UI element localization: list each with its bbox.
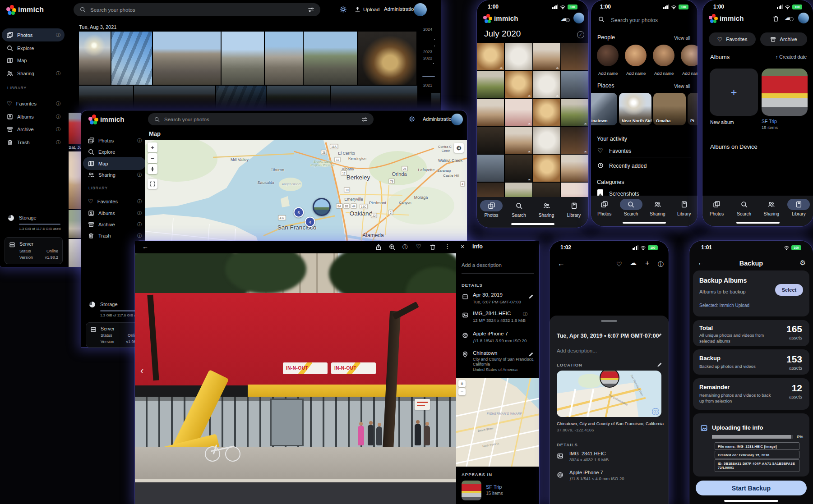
grid-photo[interactable] bbox=[505, 183, 532, 197]
previous-photo-chevron[interactable]: ‹ bbox=[140, 365, 143, 377]
nav-tab-photos[interactable]: Photos bbox=[591, 199, 618, 226]
grid-photo[interactable] bbox=[533, 99, 560, 126]
edit-date-pencil-icon[interactable] bbox=[657, 332, 663, 338]
grid-photo[interactable] bbox=[505, 155, 532, 182]
archive-button[interactable]: Archive bbox=[760, 32, 807, 46]
select-all-check-icon[interactable]: ✓ bbox=[577, 31, 584, 38]
place-tile[interactable]: Pi bbox=[688, 93, 698, 125]
map-zoom-in-button[interactable]: + bbox=[148, 142, 157, 152]
recently-added-row[interactable]: Recently added bbox=[609, 163, 647, 169]
start-backup-button[interactable]: Start Backup bbox=[696, 481, 807, 495]
photo-thumbnail[interactable] bbox=[79, 32, 111, 85]
album-name[interactable]: SF Trip bbox=[762, 119, 777, 124]
search-input[interactable]: Search your photos bbox=[148, 113, 374, 125]
map-settings-gear-icon[interactable]: ⚙ bbox=[454, 143, 464, 153]
upload-button[interactable]: Upload bbox=[355, 6, 379, 12]
sidebar-item-archive[interactable]: Archiveⓘ bbox=[2, 123, 65, 136]
map-compass-button[interactable] bbox=[148, 164, 157, 174]
place-tile[interactable]: Near North Side bbox=[619, 93, 651, 125]
photo-fragment[interactable] bbox=[69, 239, 81, 267]
theme-toggle-icon[interactable] bbox=[340, 6, 346, 14]
sidebar-item-albums[interactable]: Albumsⓘ bbox=[2, 110, 65, 123]
location-minimap[interactable]: The Embarcadero San Francisco Ferry ⓘ bbox=[557, 371, 661, 417]
add-name-link[interactable]: Add name bbox=[654, 71, 674, 76]
sync-cloud-icon[interactable]: ☁ bbox=[785, 13, 792, 22]
description-input[interactable]: Add a description bbox=[462, 262, 502, 268]
info-icon[interactable]: ⓘ bbox=[658, 261, 664, 269]
photo-fragment[interactable] bbox=[69, 151, 81, 209]
info-icon[interactable]: ⓘ bbox=[56, 126, 60, 133]
edit-date-pencil-icon[interactable] bbox=[528, 293, 534, 299]
grid-photo[interactable] bbox=[477, 155, 504, 182]
sidebar-item-trash[interactable]: Trashⓘ bbox=[2, 136, 65, 149]
grid-photo[interactable] bbox=[533, 43, 560, 70]
grid-photo[interactable] bbox=[477, 99, 504, 126]
nav-tab-photos[interactable]: Photos bbox=[478, 200, 504, 228]
favorite-heart-icon[interactable]: ♡ bbox=[416, 243, 421, 250]
settings-gear-icon[interactable]: ⚙ bbox=[800, 259, 806, 267]
face-thumbnail[interactable] bbox=[625, 45, 647, 66]
add-name-link[interactable]: Add name bbox=[682, 71, 698, 76]
photo-thumbnail[interactable] bbox=[265, 32, 303, 85]
sidebar-item-favorites[interactable]: ♡ Favoritesⓘ bbox=[2, 97, 65, 110]
user-avatar[interactable] bbox=[798, 13, 809, 23]
back-icon[interactable]: ← bbox=[558, 260, 565, 268]
favorites-row[interactable]: Favorites bbox=[609, 148, 631, 154]
face-thumbnail[interactable] bbox=[597, 45, 619, 66]
select-button[interactable]: Select bbox=[775, 284, 803, 296]
upload-cloud-icon[interactable]: ☁ bbox=[630, 259, 637, 267]
people-view-all-link[interactable]: View all bbox=[674, 35, 690, 41]
place-tile[interactable]: Chinatown bbox=[591, 93, 617, 125]
user-avatar[interactable] bbox=[573, 13, 584, 23]
trash-icon[interactable] bbox=[772, 15, 779, 22]
info-icon[interactable]: ⓘ bbox=[56, 139, 60, 146]
user-avatar[interactable] bbox=[414, 3, 427, 16]
place-tile[interactable]: Omaha bbox=[653, 93, 686, 125]
more-options-icon[interactable]: ⋮ bbox=[444, 243, 450, 250]
sidebar-item-explore[interactable]: Explore bbox=[83, 145, 146, 158]
sync-cloud-icon[interactable]: ☁ bbox=[561, 14, 568, 23]
filter-sliders-icon[interactable] bbox=[308, 7, 314, 13]
info-icon[interactable]: ⓘ bbox=[402, 243, 408, 251]
grid-photo[interactable] bbox=[505, 127, 532, 154]
album-link[interactable]: SF Trip bbox=[486, 484, 502, 490]
album-thumbnail[interactable] bbox=[462, 481, 481, 500]
filter-sliders-icon[interactable] bbox=[362, 117, 367, 122]
face-thumbnail[interactable] bbox=[653, 45, 674, 66]
user-avatar[interactable] bbox=[451, 114, 463, 125]
grid-photo[interactable] bbox=[561, 155, 588, 182]
face-thumbnail[interactable] bbox=[681, 45, 698, 66]
location-minimap[interactable]: FISHERMAN'S WHARF Beach Street North Poi… bbox=[456, 378, 539, 467]
delete-trash-icon[interactable] bbox=[430, 244, 436, 250]
file-info-icon[interactable]: ⓘ bbox=[523, 311, 527, 317]
grid-photo[interactable] bbox=[561, 127, 588, 154]
grid-photo[interactable] bbox=[561, 43, 588, 70]
administration-link[interactable]: Administration bbox=[384, 6, 417, 12]
scrubber-handle[interactable] bbox=[422, 76, 435, 77]
sidebar-item-photos[interactable]: Photosⓘ bbox=[2, 28, 65, 41]
map-compass-icon[interactable]: ⓘ bbox=[652, 408, 659, 415]
grid-photo[interactable] bbox=[561, 99, 588, 126]
photo-fragment[interactable] bbox=[69, 113, 81, 144]
photo-thumbnail[interactable] bbox=[153, 32, 221, 85]
places-view-all-link[interactable]: View all bbox=[674, 83, 690, 89]
info-icon[interactable]: ⓘ bbox=[56, 32, 60, 38]
add-name-link[interactable]: Add name bbox=[626, 71, 646, 76]
info-icon[interactable]: ⓘ bbox=[56, 101, 60, 107]
minimap-zoom-out-button[interactable]: − bbox=[458, 388, 466, 395]
info-icon[interactable]: ⓘ bbox=[56, 114, 60, 120]
close-icon[interactable]: × bbox=[461, 243, 464, 250]
search-input[interactable]: Search your photos bbox=[74, 3, 320, 16]
search-bar[interactable]: Search your photos bbox=[591, 13, 698, 27]
map-photo-cluster[interactable] bbox=[313, 198, 331, 216]
sidebar-item-trash[interactable]: Trashⓘ bbox=[83, 229, 146, 242]
grid-photo[interactable] bbox=[477, 71, 504, 98]
main-photo[interactable]: IN-N-OUT IN-N-OUT ‹ bbox=[135, 253, 456, 504]
edit-location-pencil-icon[interactable] bbox=[528, 351, 534, 357]
nav-tab-library[interactable]: Library bbox=[671, 199, 697, 226]
grid-photo[interactable] bbox=[561, 71, 588, 98]
description-input[interactable]: Add description... bbox=[557, 348, 597, 353]
new-album-tile[interactable]: + bbox=[710, 69, 758, 116]
grid-photo[interactable] bbox=[505, 99, 532, 126]
album-tile[interactable] bbox=[762, 69, 808, 116]
